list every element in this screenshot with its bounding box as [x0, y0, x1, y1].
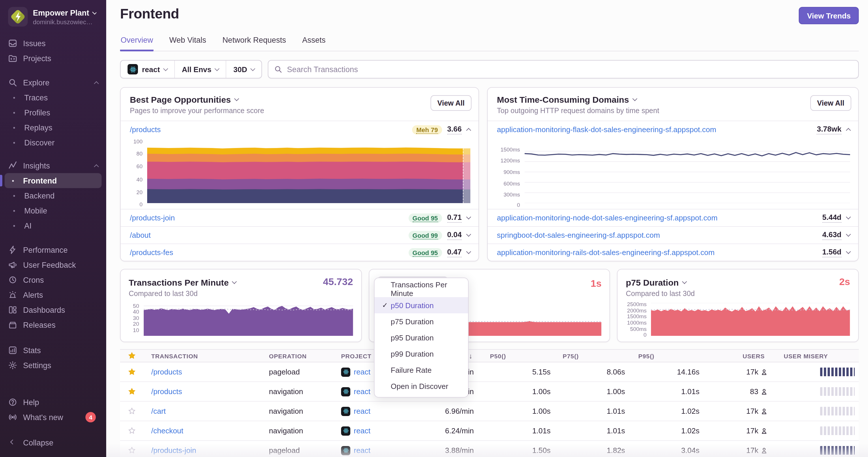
- transaction-link[interactable]: /checkout: [151, 426, 183, 435]
- transaction-link[interactable]: /products-fes: [130, 248, 173, 257]
- header-p50[interactable]: P50(): [478, 352, 555, 359]
- header-users[interactable]: USERS: [704, 352, 772, 359]
- page-row[interactable]: /products-join Good 950.71: [121, 209, 478, 226]
- sidebar-item-releases[interactable]: Releases: [0, 317, 106, 332]
- page-row-expanded[interactable]: /products Meh 79 3.66: [121, 121, 478, 138]
- domain-duration-chart[interactable]: 1500ms 1200ms 900ms 600ms 300ms 0: [497, 140, 850, 205]
- project-link[interactable]: react: [354, 426, 371, 435]
- domain-link[interactable]: springboot-dot-sales-engineering-sf.apps…: [497, 231, 660, 239]
- project-link[interactable]: react: [354, 367, 371, 376]
- expand-row-icon[interactable]: [466, 249, 471, 254]
- sidebar-item-frontend[interactable]: Frontend: [5, 173, 101, 188]
- transaction-link[interactable]: /products: [130, 125, 161, 134]
- header-user-misery[interactable]: USER MISERY: [772, 352, 859, 359]
- web-vitals-stacked-chart[interactable]: 100 80 60 40 20 0: [130, 140, 470, 205]
- search-input[interactable]: [287, 65, 852, 73]
- header-operation[interactable]: OPERATION: [264, 352, 337, 359]
- environment-filter[interactable]: All Envs: [174, 61, 226, 78]
- expand-row-icon[interactable]: [466, 232, 471, 237]
- menu-item-p95[interactable]: p95 Duration: [375, 329, 468, 346]
- expand-row-icon[interactable]: [846, 249, 851, 254]
- table-row[interactable]: /productspageloadreactin5.15s8.06s14.16s…: [120, 362, 859, 382]
- sidebar-section-insights[interactable]: Insights: [0, 158, 106, 173]
- sidebar-item-mobile[interactable]: Mobile: [0, 203, 106, 218]
- domain-link[interactable]: application-monitoring-rails-dot-sales-e…: [497, 248, 714, 257]
- best-pages-title-dropdown[interactable]: Best Page Opportunities: [130, 95, 469, 104]
- table-row[interactable]: /checkoutnavigationreact6.24/min1.01s1.0…: [120, 421, 859, 441]
- sidebar-item-help[interactable]: Help: [0, 395, 106, 410]
- sidebar-item-issues[interactable]: Issues: [0, 36, 106, 51]
- sidebar-item-settings[interactable]: Settings: [0, 358, 106, 373]
- sidebar-item-traces[interactable]: Traces: [0, 90, 106, 105]
- project-link[interactable]: react: [354, 407, 371, 416]
- domain-row-expanded[interactable]: application-monitoring-flask-dot-sales-e…: [488, 121, 858, 138]
- sidebar-section-explore[interactable]: Explore: [0, 75, 106, 90]
- page-row[interactable]: /about Good 990.04: [121, 226, 478, 243]
- tab-overview[interactable]: Overview: [120, 33, 154, 51]
- star-toggle[interactable]: [128, 447, 135, 454]
- date-range-filter[interactable]: 30D: [226, 61, 262, 78]
- star-column-icon[interactable]: [128, 352, 135, 359]
- tpm-metric-dropdown[interactable]: Transactions Per Minute: [129, 277, 236, 287]
- sidebar-item-alerts[interactable]: Alerts: [0, 287, 106, 302]
- project-link[interactable]: react: [354, 446, 371, 455]
- table-row[interactable]: /productsnavigationreactin1.00s1.00s1.01…: [120, 382, 859, 402]
- sidebar-item-discover[interactable]: Discover: [0, 135, 106, 150]
- transaction-link[interactable]: /about: [130, 231, 151, 239]
- tab-network-requests[interactable]: Network Requests: [222, 33, 287, 51]
- expand-row-icon[interactable]: [846, 215, 851, 220]
- sidebar-item-ai[interactable]: AI: [0, 218, 106, 233]
- sidebar-collapse-button[interactable]: Collapse: [0, 435, 106, 450]
- sidebar-item-crons[interactable]: Crons: [0, 272, 106, 287]
- domain-row[interactable]: application-monitoring-node-dot-sales-en…: [488, 209, 858, 226]
- sidebar-item-performance[interactable]: Performance: [0, 242, 106, 257]
- menu-item-p75[interactable]: p75 Duration: [375, 313, 468, 329]
- table-row[interactable]: /cartnavigationreact6.96/min1.00s1.01s1.…: [120, 402, 859, 421]
- domain-row[interactable]: application-monitoring-rails-dot-sales-e…: [488, 243, 858, 261]
- domain-link[interactable]: application-monitoring-node-dot-sales-en…: [497, 214, 718, 222]
- p75-chart[interactable]: 2500ms 2000ms 1500ms 1000ms 500ms 0: [626, 303, 850, 336]
- menu-item-open-in-discover[interactable]: Open in Discover: [375, 378, 468, 394]
- transaction-link[interactable]: /products: [151, 387, 182, 396]
- menu-item-tpm[interactable]: Transactions Per Minute: [375, 281, 468, 297]
- expand-row-icon[interactable]: [466, 215, 471, 220]
- menu-item-p99[interactable]: p99 Duration: [375, 346, 468, 362]
- sidebar-item-projects[interactable]: Projects: [0, 51, 106, 66]
- transaction-link[interactable]: /products-join: [130, 214, 175, 222]
- header-p95[interactable]: P95(): [630, 352, 704, 359]
- star-toggle[interactable]: [128, 407, 135, 415]
- tab-assets[interactable]: Assets: [302, 33, 326, 51]
- sidebar-item-replays[interactable]: Replays: [0, 120, 106, 135]
- sidebar-item-stats[interactable]: Stats: [0, 343, 106, 358]
- domains-title-dropdown[interactable]: Most Time-Consuming Domains: [497, 95, 849, 104]
- menu-item-p50[interactable]: ✓p50 Duration: [375, 297, 468, 313]
- sidebar-item-backend[interactable]: Backend: [0, 188, 106, 203]
- org-switcher[interactable]: Empower Plant dominik.buszowiec…: [0, 0, 106, 36]
- transaction-link[interactable]: /products: [151, 367, 182, 376]
- sidebar-item-profiles[interactable]: Profiles: [0, 105, 106, 120]
- collapse-row-icon[interactable]: [466, 128, 471, 133]
- page-row[interactable]: /products-fes Good 950.47: [121, 243, 478, 261]
- sidebar-item-dashboards[interactable]: Dashboards: [0, 302, 106, 317]
- expand-row-icon[interactable]: [846, 232, 851, 237]
- project-link[interactable]: react: [354, 387, 371, 396]
- transaction-link[interactable]: /products-join: [151, 446, 196, 455]
- domain-link[interactable]: application-monitoring-flask-dot-sales-e…: [497, 125, 716, 134]
- sidebar-item-user-feedback[interactable]: User Feedback: [0, 257, 106, 272]
- sidebar-item-whats-new[interactable]: What's new 4: [0, 410, 106, 425]
- best-pages-view-all-button[interactable]: View All: [431, 95, 472, 111]
- tpm-chart[interactable]: 50 40 30 20 10: [129, 303, 353, 336]
- table-row[interactable]: /products-joinpageloadreact3.88/min1.50s…: [120, 441, 859, 457]
- star-toggle[interactable]: [128, 368, 135, 376]
- header-p75[interactable]: P75(): [555, 352, 630, 359]
- transaction-link[interactable]: /cart: [151, 407, 166, 416]
- p75-metric-dropdown[interactable]: p75 Duration: [626, 277, 686, 287]
- menu-item-failure-rate[interactable]: Failure Rate: [375, 362, 468, 378]
- domain-row[interactable]: springboot-dot-sales-engineering-sf.apps…: [488, 226, 858, 243]
- tab-web-vitals[interactable]: Web Vitals: [169, 33, 207, 51]
- collapse-row-icon[interactable]: [846, 128, 851, 133]
- star-toggle[interactable]: [128, 427, 135, 434]
- view-trends-button[interactable]: View Trends: [799, 7, 859, 24]
- star-toggle[interactable]: [128, 388, 135, 395]
- project-filter[interactable]: react: [121, 61, 174, 78]
